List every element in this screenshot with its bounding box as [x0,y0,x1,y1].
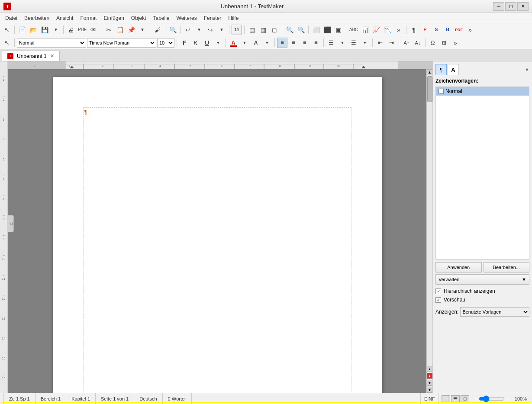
scroll-arrow-up2[interactable]: ▲ [427,366,433,372]
undo-btn[interactable]: ↩ [183,25,193,35]
highlight-btn[interactable]: A [251,38,261,48]
outdent-btn[interactable]: ⇤ [375,38,385,48]
frame3-btn[interactable]: ▣ [333,25,344,35]
textbold2-btn[interactable]: B [442,25,453,35]
view-page-btn[interactable]: ⬜ [442,395,450,402]
align-left-btn[interactable]: ≡ [277,38,287,48]
redo-dropdown-btn[interactable]: ▼ [216,25,227,35]
spell-btn[interactable]: ABC [348,25,359,35]
bearbeiten-button[interactable]: Bearbeiten... [484,262,530,273]
text-size-dn-btn[interactable]: A↓ [413,38,423,48]
paragraph-panel-btn[interactable]: ¶ [435,64,447,75]
numbered-dropdown-btn[interactable]: ▼ [360,38,370,48]
preview-btn[interactable]: 👁 [88,25,99,35]
paragraph-btn[interactable]: ¶ [409,25,419,35]
underline-btn[interactable]: U [202,38,212,48]
style-list-container[interactable]: Normal [435,87,529,260]
page-content-area[interactable]: ¶ [83,107,351,393]
bold-btn[interactable]: F [179,38,190,48]
copy-btn[interactable]: 📋 [115,25,125,35]
text-size-up-btn[interactable]: A↑ [401,38,412,48]
indent-btn[interactable]: ⇥ [386,38,397,48]
print-pdf-btn[interactable]: PDF [77,25,87,35]
zoom-slider[interactable] [479,396,505,401]
bullet-dropdown-btn[interactable]: ▼ [337,38,348,48]
view-draft-btn[interactable]: ☰ [451,395,460,402]
new-btn[interactable]: 📄 [17,25,27,35]
more-toolbar2-btn[interactable]: » [465,25,475,35]
scroll-arrow-dn2[interactable]: ▼ [427,380,433,386]
menu-hilfe[interactable]: Hilfe [225,14,242,22]
search-btn[interactable]: 🔍 [284,25,295,35]
collapse-handle[interactable]: ◁ [8,215,14,232]
numbered-list-btn[interactable]: ☰ [348,38,359,48]
zoom-out-btn[interactable]: − [474,396,477,401]
scroll-up-btn[interactable]: ▲ [427,69,433,75]
panel-dropdown-btn[interactable]: ▼ [525,67,529,72]
format-brush-btn[interactable]: 🖌 [152,25,163,35]
textcolor-btn[interactable]: P [420,25,430,35]
menu-ansicht[interactable]: Ansicht [53,14,77,22]
cursor-btn[interactable]: ↖ [2,38,12,48]
align-center-btn[interactable]: ≡ [288,38,299,48]
cut-btn[interactable]: ✂ [103,25,114,35]
chart-btn[interactable]: 📊 [360,25,370,35]
menu-fenster[interactable]: Fenster [200,14,225,22]
menu-datei[interactable]: Datei [2,14,21,22]
view3-btn[interactable]: ◻ [269,25,280,35]
verwalten-button[interactable]: Verwalten ▼ [435,274,529,285]
undo-dropdown-btn[interactable]: ▼ [194,25,204,35]
table-insert-btn[interactable]: ⊞ [439,38,449,48]
more-format-btn[interactable]: » [450,38,461,48]
underline-color-btn[interactable]: ▼ [213,38,223,48]
vertical-scrollbar[interactable]: ▲ ▲ ● ▼ ▼ [426,69,432,393]
doc-scroll-area[interactable]: ◁ ¶ [8,69,426,393]
font-size-select[interactable]: 10 [157,38,174,48]
anzeigen-select[interactable]: Benutzte Vorlagen Alle Vorlagen Benutzer… [460,307,529,317]
open-btn[interactable]: 📂 [28,25,39,35]
menu-bearbeiten[interactable]: Bearbeiten [21,14,53,22]
frame1-btn[interactable]: ⬜ [311,25,321,35]
view2-btn[interactable]: ▦ [258,25,268,35]
field-btn[interactable]: 11 [232,25,242,35]
pdf-export-btn[interactable]: PDF [454,25,464,35]
bullet-list-btn[interactable]: ☰ [326,38,336,48]
zoom-btn[interactable]: 🔍 [168,25,178,35]
menu-objekt[interactable]: Objekt [128,14,150,22]
document-page[interactable]: ¶ [53,77,382,393]
hierarchisch-checkbox[interactable] [435,289,441,294]
textcolor2-btn[interactable]: S [431,25,442,35]
save-options-btn[interactable]: ▼ [51,25,61,35]
chart3-btn[interactable]: 📉 [382,25,393,35]
save-btn[interactable]: 💾 [39,25,50,35]
tab-close-btn[interactable]: ✕ [50,53,54,59]
view-outline-btn[interactable]: ◻ [461,395,469,402]
zoom-in-btn[interactable]: + [506,396,509,401]
char-panel-btn[interactable]: A [448,64,459,75]
menu-tabelle[interactable]: Tabelle [150,14,173,22]
menu-format[interactable]: Format [77,14,100,22]
align-right-btn[interactable]: ≡ [300,38,310,48]
paragraph-style-select[interactable]: Normal [17,38,86,48]
highlight-dropdown-btn[interactable]: ▼ [262,38,272,48]
more-toolbar-btn[interactable]: » [393,25,404,35]
align-justify-btn[interactable]: ≡ [311,38,321,48]
view1-btn[interactable]: ▤ [247,25,257,35]
scroll-arrow-mid[interactable]: ● [427,373,433,379]
special-char-btn[interactable]: Ω [428,38,438,48]
font-color-dropdown-btn[interactable]: ▼ [239,38,250,48]
scroll-down-btn[interactable]: ▼ [427,387,433,393]
minimize-button[interactable]: ─ [493,2,504,11]
cursor-tool-btn[interactable]: ↖ [2,25,12,35]
paste-btn[interactable]: 📌 [126,25,136,35]
restore-button[interactable]: ◻ [505,2,516,11]
chart2-btn[interactable]: 📈 [371,25,381,35]
scrollbar-thumb[interactable] [427,76,432,102]
font-color-btn[interactable]: A [228,38,239,48]
font-select[interactable]: Times New Roman [87,38,156,48]
frame2-btn[interactable]: ⬛ [322,25,332,35]
anwenden-button[interactable]: Anwenden [435,262,482,273]
redo-btn[interactable]: ↪ [205,25,216,35]
close-button[interactable]: ✕ [517,2,529,11]
document-tab[interactable]: T Unbenannt 1 ✕ [2,51,60,61]
